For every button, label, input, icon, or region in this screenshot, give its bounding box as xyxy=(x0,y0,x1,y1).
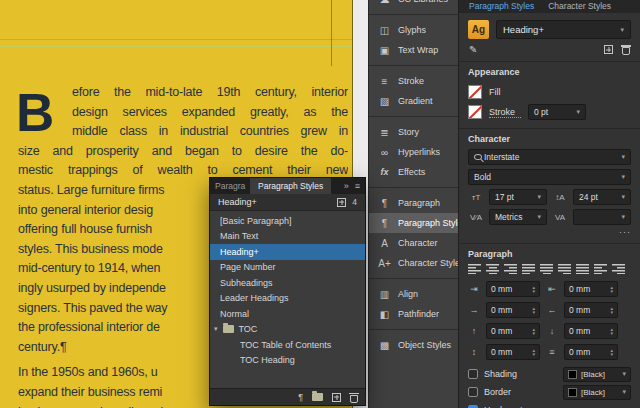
grid-align-field[interactable]: 0 mm xyxy=(564,344,618,360)
edit-style-button[interactable]: ✎ xyxy=(469,44,477,55)
style-item-heading-selected[interactable]: Heading+ xyxy=(210,244,365,260)
dock-item-stroke[interactable]: ≡ Stroke xyxy=(369,71,458,91)
chevron-down-icon xyxy=(622,388,626,396)
more-options-button[interactable] xyxy=(468,227,631,237)
style-item-leader-headings[interactable]: Leader Headings xyxy=(210,291,365,307)
dock-item-pathfinder[interactable]: ◧ Pathfinder xyxy=(369,304,458,324)
left-indent-field[interactable]: 0 mm xyxy=(486,281,540,297)
font-family-dropdown[interactable]: Interstate xyxy=(468,149,631,165)
dock-item-paragraph[interactable]: ¶ Paragraph xyxy=(369,193,458,213)
stepper-arrows[interactable] xyxy=(610,306,613,314)
border-checkbox[interactable] xyxy=(468,387,478,397)
font-size-dropdown[interactable]: 17 pt xyxy=(489,189,547,205)
override-count-badge: 4 xyxy=(352,197,357,207)
dock-item-gradient[interactable]: ▨ Gradient xyxy=(369,91,458,111)
tracking-dropdown[interactable] xyxy=(573,209,631,225)
stroke-label[interactable]: Stroke xyxy=(489,107,521,118)
paragraph-title: Paragraph xyxy=(468,249,631,259)
align-away-spine-button[interactable] xyxy=(612,264,625,274)
align-right-button[interactable] xyxy=(504,264,517,274)
column-guide[interactable] xyxy=(331,0,332,66)
dock-item-paragraph-styles[interactable]: ¶ Paragraph Styles xyxy=(369,213,458,233)
left-indent-icon: ⇥ xyxy=(468,284,480,294)
style-item-normal[interactable]: Normal xyxy=(210,306,365,322)
tab-paragraph-truncated[interactable]: Paragra xyxy=(210,178,250,194)
align-left-button[interactable] xyxy=(468,264,481,274)
delete-style-button[interactable] xyxy=(350,395,358,403)
stroke-weight-dropdown[interactable]: 0 pt xyxy=(528,104,586,120)
stepper-arrows[interactable] xyxy=(532,306,535,314)
style-item-basic-paragraph[interactable]: [Basic Paragraph] xyxy=(210,213,365,229)
first-line-indent-field[interactable]: 0 mm xyxy=(486,302,540,318)
dock-item-align[interactable]: ▥ Align xyxy=(369,284,458,304)
effects-icon: fx xyxy=(378,167,391,177)
justify-center-button[interactable] xyxy=(540,264,553,274)
folder-icon xyxy=(223,325,234,333)
delete-style-button[interactable] xyxy=(622,47,630,55)
space-between-icon: ↕ xyxy=(468,347,480,357)
dock-item-object-styles[interactable]: ▩ Object Styles xyxy=(369,335,458,355)
justify-all-button[interactable] xyxy=(576,264,589,274)
space-between-field[interactable]: 0 mm xyxy=(486,344,540,360)
style-item-toc-table-of-contents[interactable]: TOC Table of Contents xyxy=(210,337,365,353)
style-group-toc[interactable]: ▾ TOC xyxy=(210,322,365,338)
new-style-button[interactable] xyxy=(332,393,341,402)
clear-overrides-icon[interactable]: ¶ xyxy=(298,392,303,402)
style-name-dropdown[interactable]: Heading+ xyxy=(496,20,631,39)
stepper-arrows[interactable] xyxy=(532,327,535,335)
last-line-indent-field[interactable]: 0 mm xyxy=(564,302,618,318)
justify-left-button[interactable] xyxy=(522,264,535,274)
stepper-arrows[interactable] xyxy=(532,285,535,293)
style-item-page-number[interactable]: Page Number xyxy=(210,260,365,276)
space-after-field[interactable]: 0 mm xyxy=(564,323,618,339)
stroke-none-swatch[interactable] xyxy=(468,105,482,119)
style-name: Heading+ xyxy=(503,24,544,35)
dock-item-effects[interactable]: fx Effects xyxy=(369,162,458,182)
dock-item-hyperlinks[interactable]: ∞ Hyperlinks xyxy=(369,142,458,162)
field-value: 0 mm xyxy=(491,347,529,357)
shading-checkbox[interactable] xyxy=(468,369,478,379)
right-indent-field[interactable]: 0 mm xyxy=(564,281,618,297)
stepper-arrows[interactable] xyxy=(532,348,535,356)
stepper-arrows[interactable] xyxy=(610,348,613,356)
dock-item-cc-libraries[interactable]: ☁ CC Libraries xyxy=(369,0,458,9)
font-style-dropdown[interactable]: Bold xyxy=(468,169,631,185)
black-swatch xyxy=(568,370,577,379)
kerning-tracking-row: V⁄A Metrics VA xyxy=(468,209,631,225)
fill-none-swatch[interactable] xyxy=(468,85,482,99)
current-style-row[interactable]: Heading+ 4 xyxy=(210,194,365,211)
new-style-group-button[interactable] xyxy=(312,393,323,401)
shading-color-dropdown[interactable]: [Black] xyxy=(563,367,631,382)
collapse-panel-icon[interactable]: » xyxy=(344,181,349,191)
dock-separator xyxy=(369,116,458,117)
style-item-toc-heading[interactable]: TOC Heading xyxy=(210,353,365,369)
dock-item-character[interactable]: A Character xyxy=(369,233,458,253)
tab-paragraph-styles-active[interactable]: Paragraph Styles xyxy=(250,178,331,194)
justify-right-button[interactable] xyxy=(558,264,571,274)
space-before-field[interactable]: 0 mm xyxy=(486,323,540,339)
tab-paragraph-styles[interactable]: Paragraph Styles xyxy=(469,1,534,11)
style-item-main-text[interactable]: Main Text xyxy=(210,229,365,245)
character-styles-icon: A+ xyxy=(378,258,391,269)
panel-menu-icon[interactable]: ≡ xyxy=(355,181,360,191)
dock-item-story[interactable]: ≣ Story xyxy=(369,122,458,142)
kerning-dropdown[interactable]: Metrics xyxy=(489,209,547,225)
stepper-arrows[interactable] xyxy=(610,327,613,335)
create-style-button[interactable] xyxy=(604,45,613,54)
align-towards-spine-button[interactable] xyxy=(594,264,607,274)
stepper-arrows[interactable] xyxy=(610,285,613,293)
dock-item-character-styles[interactable]: A+ Character Styles xyxy=(369,253,458,273)
chevron-down-icon xyxy=(621,153,625,161)
dock-item-text-wrap[interactable]: ▣ Text Wrap xyxy=(369,40,458,60)
style-item-subheadings[interactable]: Subheadings xyxy=(210,275,365,291)
leading-dropdown[interactable]: 24 pt xyxy=(573,189,631,205)
align-center-button[interactable] xyxy=(486,264,499,274)
border-color-dropdown[interactable]: [Black] xyxy=(563,385,631,400)
expand-caret-icon[interactable]: ▾ xyxy=(214,325,218,333)
horizontal-guide-secondary[interactable] xyxy=(0,46,353,47)
character-section: Character Interstate Bold ᴛT 17 pt xyxy=(459,129,640,243)
tab-character-styles[interactable]: Character Styles xyxy=(548,1,611,11)
horizontal-guide[interactable] xyxy=(0,39,353,40)
dock-item-glyphs[interactable]: ◫ Glyphs xyxy=(369,20,458,40)
stroke-icon: ≡ xyxy=(378,76,391,87)
